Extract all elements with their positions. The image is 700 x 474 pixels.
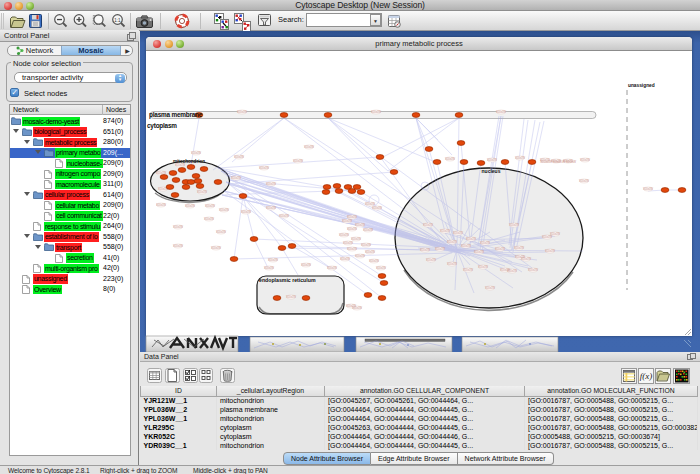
- svg-text:S00x0W: S00x0W: [579, 179, 589, 183]
- svg-text:S00x0W: S00x0W: [528, 268, 538, 272]
- svg-text:S00x0W: S00x0W: [507, 269, 517, 273]
- svg-text:S00x0W: S00x0W: [231, 176, 241, 180]
- svg-text:S00x0W:S0x00W:S00xW: S00x0W:S0x00W:S00xW: [540, 160, 576, 164]
- svg-text:S00x0W: S00x0W: [175, 163, 185, 167]
- svg-text:S00x0W: S00x0W: [363, 228, 373, 232]
- svg-text:S00x0W: S00x0W: [268, 258, 278, 262]
- svg-text:S00x0W: S00x0W: [463, 268, 473, 272]
- svg-text:S00x0W: S00x0W: [365, 250, 375, 254]
- svg-text:S00x0W: S00x0W: [496, 110, 506, 114]
- svg-text:S00x0W: S00x0W: [234, 155, 244, 159]
- svg-text:S00x0W: S00x0W: [266, 206, 276, 210]
- svg-text:S00x0W: S00x0W: [197, 190, 207, 194]
- svg-text:S00x0W: S00x0W: [643, 187, 653, 191]
- svg-text:S00x0W: S00x0W: [515, 156, 525, 160]
- svg-text:S00x0W: S00x0W: [372, 206, 382, 210]
- svg-text:S00x0W: S00x0W: [204, 217, 214, 221]
- svg-text:S00x0W: S00x0W: [466, 237, 476, 241]
- svg-text:S00x0W: S00x0W: [365, 202, 375, 206]
- svg-text:S00x0W: S00x0W: [371, 110, 381, 114]
- svg-text:S00x0W: S00x0W: [487, 158, 497, 162]
- svg-text:S00x0W: S00x0W: [211, 246, 221, 250]
- svg-text:f(x): f(x): [640, 371, 653, 381]
- svg-text:S00x0W: S00x0W: [480, 241, 490, 245]
- svg-text:S00x0W: S00x0W: [216, 230, 226, 234]
- svg-text:S00x0W: S00x0W: [453, 231, 463, 235]
- svg-text:S00x0W: S00x0W: [355, 254, 365, 258]
- svg-text:S00x0W: S00x0W: [447, 240, 457, 244]
- svg-text:S00x0W: S00x0W: [237, 110, 247, 114]
- svg-text:S00x0W: S00x0W: [580, 158, 590, 162]
- svg-text:S00x0W: S00x0W: [343, 241, 353, 245]
- svg-text:S00x0W: S00x0W: [485, 286, 495, 290]
- svg-text:S00x0W: S00x0W: [191, 151, 201, 155]
- svg-text:S00x0W: S00x0W: [241, 210, 251, 214]
- svg-text:S00x0W: S00x0W: [340, 257, 350, 261]
- svg-text:S00x0W: S00x0W: [347, 227, 357, 231]
- svg-text:S00x0W: S00x0W: [347, 215, 357, 219]
- svg-text:S00x0W: S00x0W: [369, 259, 379, 263]
- svg-text:S00x0W: S00x0W: [423, 223, 433, 227]
- svg-text:S00x0W: S00x0W: [259, 166, 269, 170]
- svg-text:S00x0W: S00x0W: [279, 214, 289, 218]
- svg-text:S00x0W: S00x0W: [542, 235, 552, 239]
- svg-text:unassigned: unassigned: [628, 83, 655, 88]
- svg-text:endoplasmic reticulum: endoplasmic reticulum: [259, 277, 316, 283]
- svg-text:S00x0W: S00x0W: [304, 145, 314, 149]
- svg-text:S00x0W: S00x0W: [509, 223, 519, 227]
- svg-text:S00x0W: S00x0W: [346, 304, 356, 308]
- svg-text:S00x0W: S00x0W: [435, 247, 445, 251]
- svg-text:plasma membrane: plasma membrane: [149, 111, 203, 119]
- svg-text:S00x0W: S00x0W: [342, 219, 352, 223]
- svg-text:S00x0W: S00x0W: [156, 203, 166, 207]
- svg-text:S00x0W: S00x0W: [420, 248, 430, 252]
- svg-text:nucleus: nucleus: [482, 168, 501, 174]
- svg-text:S00x0W: S00x0W: [478, 265, 488, 269]
- svg-text:S00x0W: S00x0W: [219, 208, 229, 212]
- svg-text:S00x0W: S00x0W: [205, 204, 215, 208]
- svg-text:S00x0W: S00x0W: [293, 159, 303, 163]
- svg-text:S00x0W: S00x0W: [361, 243, 371, 247]
- svg-text:1:1: 1:1: [114, 18, 121, 23]
- svg-text:S00x0W: S00x0W: [264, 266, 274, 270]
- svg-text:S00x0W: S00x0W: [376, 266, 386, 270]
- svg-text:S00x0W: S00x0W: [355, 223, 365, 227]
- svg-text:S00x0W: S00x0W: [495, 247, 505, 251]
- svg-text:S00x0W: S00x0W: [461, 244, 471, 248]
- svg-text:S00x0W: S00x0W: [474, 250, 484, 254]
- svg-text:S00x0W: S00x0W: [545, 249, 555, 253]
- svg-text:S00x0W: S00x0W: [301, 263, 311, 267]
- svg-text:S00x0W: S00x0W: [266, 182, 276, 186]
- svg-text:S00x0W: S00x0W: [173, 244, 183, 248]
- svg-text:S00x0W: S00x0W: [514, 246, 524, 250]
- svg-text:S00x0W: S00x0W: [185, 204, 195, 208]
- svg-text:S00x0W: S00x0W: [327, 266, 337, 270]
- svg-text:S00x0W: S00x0W: [347, 247, 357, 251]
- svg-text:S00x0W: S00x0W: [351, 237, 361, 241]
- svg-text:S00x0W: S00x0W: [521, 257, 531, 261]
- svg-text:S00x0W: S00x0W: [440, 229, 450, 233]
- svg-text:S00x0W: S00x0W: [447, 262, 457, 266]
- svg-text:mitochondrion: mitochondrion: [173, 159, 205, 164]
- svg-text:S00x0W: S00x0W: [445, 157, 455, 161]
- svg-text:S00x0W: S00x0W: [339, 233, 349, 237]
- svg-text:S00x0W: S00x0W: [173, 225, 183, 229]
- svg-text:S00x0W: S00x0W: [286, 295, 296, 299]
- svg-text:cytoplasm: cytoplasm: [147, 122, 177, 130]
- svg-text:S00x0W: S00x0W: [426, 258, 436, 262]
